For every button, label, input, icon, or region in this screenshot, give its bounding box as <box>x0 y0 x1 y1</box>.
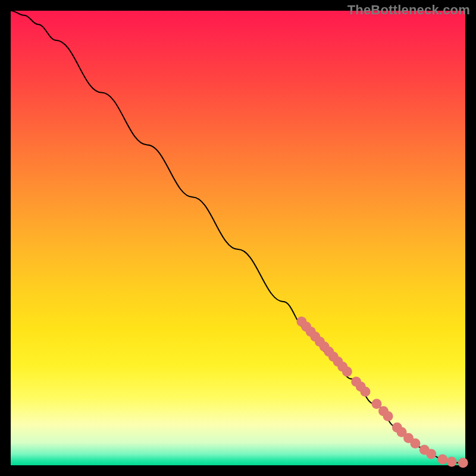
scatter-point <box>458 458 468 468</box>
scatter-point <box>447 456 457 466</box>
scatter-point <box>383 411 393 421</box>
watermark-text: TheBottleneck.com <box>347 2 470 18</box>
scatter-point <box>342 367 352 377</box>
scatter-point <box>437 455 447 465</box>
chart-overlay <box>11 11 465 465</box>
plot-area <box>11 11 465 465</box>
chart-stage: TheBottleneck.com <box>0 0 476 476</box>
scatter-point <box>360 387 370 397</box>
scatter-point <box>410 439 420 449</box>
scatter-point <box>426 449 436 459</box>
scatter-group <box>296 317 468 468</box>
curve-line <box>11 11 465 463</box>
